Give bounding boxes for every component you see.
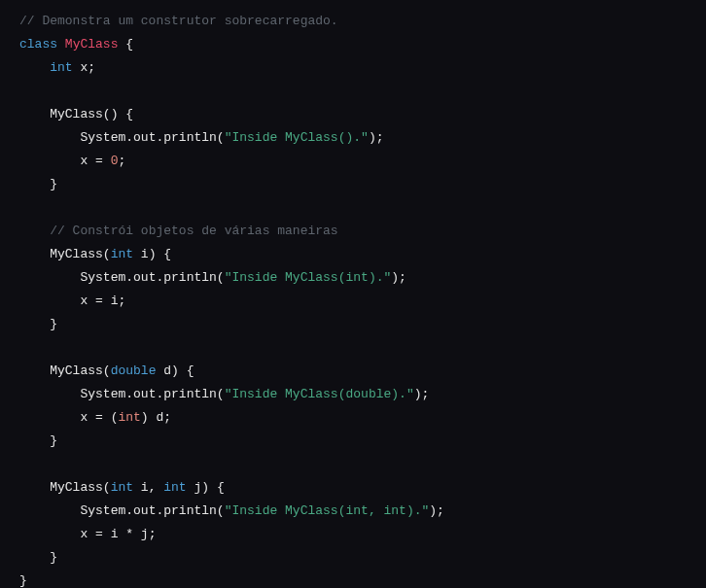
- semicolon: ;: [149, 527, 157, 541]
- println-suffix: );: [414, 387, 430, 401]
- param-j: j: [187, 480, 202, 495]
- println-prefix: System.out.println(: [80, 387, 224, 401]
- println-suffix: );: [429, 503, 444, 518]
- assign-x: x =: [80, 154, 110, 168]
- println-prefix: System.out.println(: [80, 270, 224, 285]
- println-suffix: );: [391, 270, 406, 285]
- brace: }: [50, 317, 57, 331]
- string-literal: "Inside MyClass(int).": [225, 270, 392, 285]
- brace: {: [187, 363, 194, 378]
- string-literal: "Inside MyClass().": [225, 130, 369, 145]
- semicolon: ;: [163, 410, 171, 425]
- brace: {: [125, 107, 133, 121]
- brace: }: [50, 433, 57, 448]
- brace: }: [50, 177, 57, 191]
- keyword-class: class: [19, 37, 57, 52]
- ctor3-open: MyClass(: [50, 480, 110, 495]
- println-prefix: System.out.println(: [80, 503, 224, 518]
- ctor2-open: MyClass(: [50, 363, 110, 378]
- semicolon: ;: [118, 154, 125, 168]
- assign-x-cast-open: x = (: [80, 410, 118, 425]
- semicolon: ;: [118, 294, 125, 308]
- brace: {: [217, 480, 225, 495]
- type-int: int: [111, 480, 133, 495]
- ctor0-parens: (): [103, 107, 119, 121]
- param-i: i: [133, 480, 149, 495]
- println-suffix: );: [369, 130, 384, 145]
- type-int: int: [111, 247, 133, 261]
- type-double: double: [111, 363, 157, 378]
- comment-line: // Demonstra um construtor sobrecarregad…: [19, 14, 338, 28]
- type-int: int: [163, 480, 186, 495]
- string-literal: "Inside MyClass(double).": [225, 387, 414, 401]
- param-i: i: [133, 247, 149, 261]
- brace: {: [125, 37, 133, 52]
- ctor2-close: ): [171, 363, 179, 378]
- comma: ,: [149, 480, 164, 495]
- cast-int: int: [118, 410, 140, 425]
- type-int: int: [50, 60, 72, 75]
- brace: {: [163, 247, 171, 261]
- ctor0-name: MyClass: [50, 107, 103, 121]
- brace: }: [19, 573, 27, 588]
- semicolon: ;: [88, 60, 95, 75]
- param-d: d: [156, 363, 171, 378]
- ctor3-close: ): [201, 480, 209, 495]
- ctor1-close: ): [149, 247, 157, 261]
- code-editor[interactable]: // Demonstra um construtor sobrecarregad…: [0, 0, 706, 588]
- brace: }: [50, 550, 57, 565]
- println-prefix: System.out.println(: [80, 130, 224, 145]
- ctor1-open: MyClass(: [50, 247, 110, 261]
- assign-x-cast-close: ) d: [141, 410, 163, 425]
- string-literal: "Inside MyClass(int, int).": [225, 503, 430, 518]
- assign-x: x =: [80, 294, 110, 308]
- comment-line: // Constrói objetos de várias maneiras: [50, 224, 337, 238]
- assign-x-product: x = i * j: [80, 527, 148, 541]
- class-name: MyClass: [65, 37, 119, 52]
